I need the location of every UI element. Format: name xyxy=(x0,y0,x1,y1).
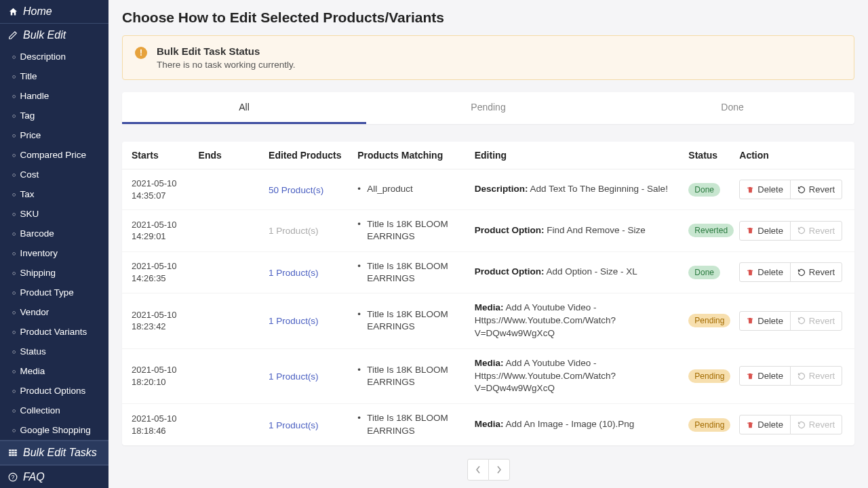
page-next[interactable] xyxy=(488,459,510,481)
revert-icon xyxy=(797,421,806,429)
edited-products-link[interactable]: 1 Product(s) xyxy=(269,371,319,382)
trash-icon xyxy=(747,372,754,380)
status-alert: ! Bulk Edit Task Status There is no task… xyxy=(122,35,854,80)
action-buttons: DeleteRevert xyxy=(739,221,848,241)
sidebar-item-product-variants[interactable]: Product Variants xyxy=(0,322,108,342)
sidebar-item-compared-price[interactable]: Compared Price xyxy=(0,145,108,165)
sidebar-item-inventory[interactable]: Inventory xyxy=(0,243,108,263)
editing-text: Media: Add An Image - Image (10).Png xyxy=(475,418,681,431)
sidebar-item-label: Vendor xyxy=(20,307,49,317)
revert-label: Revert xyxy=(809,184,835,195)
delete-label: Delete xyxy=(757,371,783,381)
revert-label: Revert xyxy=(809,420,835,430)
delete-button[interactable]: Delete xyxy=(739,366,791,386)
svg-rect-6 xyxy=(9,454,11,455)
nav-home[interactable]: Home xyxy=(0,0,108,23)
revert-button[interactable]: Revert xyxy=(790,180,842,199)
editing-text: Media: Add A Youtube Video - Https://Www… xyxy=(475,357,681,396)
chevron-left-icon xyxy=(475,466,481,474)
revert-icon xyxy=(797,186,806,194)
sidebar-item-media[interactable]: Media xyxy=(0,361,108,381)
delete-button[interactable]: Delete xyxy=(739,262,791,282)
alert-body: There is no task working currently. xyxy=(157,60,296,70)
edited-products-link[interactable]: 1 Product(s) xyxy=(269,316,319,326)
tasks-table: Starts Ends Edited Products Products Mat… xyxy=(122,142,854,445)
sidebar-item-vendor[interactable]: Vendor xyxy=(0,302,108,322)
tab-pending[interactable]: Pending xyxy=(366,92,610,124)
sidebar-item-title[interactable]: Title xyxy=(0,66,108,86)
sidebar-item-label: Product Variants xyxy=(20,327,87,337)
status-badge: Done xyxy=(688,266,720,279)
delete-label: Delete xyxy=(757,267,783,277)
trash-icon xyxy=(747,268,754,277)
sidebar-item-label: Collection xyxy=(20,405,60,415)
edited-products-link[interactable]: 50 Product(s) xyxy=(269,185,323,195)
matching-item: All_product xyxy=(357,183,475,195)
action-buttons: DeleteRevert xyxy=(739,311,848,331)
sidebar-item-barcode[interactable]: Barcode xyxy=(0,224,108,243)
page-prev[interactable] xyxy=(467,459,489,481)
sidebar-item-label: Price xyxy=(20,130,41,140)
pagination xyxy=(122,459,854,481)
edited-products-link: 1 Product(s) xyxy=(269,226,319,236)
revert-button[interactable]: Revert xyxy=(790,262,842,282)
starts-time: 2021-05-1014:26:35 xyxy=(132,260,199,284)
trash-icon xyxy=(747,226,754,235)
tab-all[interactable]: All xyxy=(122,92,366,124)
sidebar-item-label: Product Type xyxy=(20,287,73,298)
nav-bulk-edit[interactable]: Bulk Edit xyxy=(0,24,108,47)
nav-faq-label: FAQ xyxy=(23,471,45,483)
sidebar-item-shipping[interactable]: Shipping xyxy=(0,263,108,283)
revert-icon xyxy=(797,317,806,325)
revert-button: Revert xyxy=(790,366,842,386)
revert-label: Revert xyxy=(809,226,835,236)
nav-bulk-edit-tasks[interactable]: Bulk Edit Tasks xyxy=(0,441,108,465)
sidebar-item-google-shopping[interactable]: Google Shopping xyxy=(0,420,108,440)
action-buttons: DeleteRevert xyxy=(739,262,848,282)
sidebar-item-product-options[interactable]: Product Options xyxy=(0,381,108,401)
grid-icon xyxy=(8,448,19,458)
sidebar-item-sku[interactable]: SKU xyxy=(0,204,108,224)
action-buttons: DeleteRevert xyxy=(739,366,848,386)
sidebar-item-label: Tax xyxy=(20,189,34,199)
delete-label: Delete xyxy=(757,226,783,236)
sidebar-item-label: Title xyxy=(20,71,37,81)
sidebar-item-label: Compared Price xyxy=(20,150,86,160)
delete-button[interactable]: Delete xyxy=(739,221,791,241)
sidebar-item-label: Handle xyxy=(20,91,49,101)
revert-button: Revert xyxy=(790,415,842,434)
matching-item: Title Is 18K BLOOM EARRINGS xyxy=(357,260,475,285)
warning-icon: ! xyxy=(135,47,147,59)
sidebar-item-collection[interactable]: Collection xyxy=(0,401,108,420)
trash-icon xyxy=(747,317,754,325)
delete-label: Delete xyxy=(757,316,783,326)
editing-text: Product Option: Add Option - Size - XL xyxy=(475,266,681,279)
revert-button: Revert xyxy=(790,221,842,241)
edited-products-link[interactable]: 1 Product(s) xyxy=(269,268,319,278)
svg-rect-5 xyxy=(14,452,17,453)
sidebar-item-label: Status xyxy=(20,346,45,357)
sidebar-item-description[interactable]: Description xyxy=(0,47,108,66)
sidebar-item-tag[interactable]: Tag xyxy=(0,106,108,125)
edited-products-link[interactable]: 1 Product(s) xyxy=(269,420,319,430)
col-action: Action xyxy=(739,150,848,161)
editing-text: Media: Add A Youtube Video - Https://Www… xyxy=(475,302,681,340)
nav-faq[interactable]: ? FAQ xyxy=(0,466,108,488)
sidebar-item-product-type[interactable]: Product Type xyxy=(0,283,108,302)
starts-time: 2021-05-1018:20:10 xyxy=(132,364,199,388)
sidebar-item-handle[interactable]: Handle xyxy=(0,86,108,106)
delete-button[interactable]: Delete xyxy=(739,180,791,199)
revert-button: Revert xyxy=(790,311,842,331)
sidebar-item-status[interactable]: Status xyxy=(0,342,108,361)
table-row: 2021-05-1014:26:351 Product(s)Title Is 1… xyxy=(122,252,854,293)
delete-button[interactable]: Delete xyxy=(739,311,791,331)
matching-item: Title Is 18K BLOOM EARRINGS xyxy=(357,218,475,243)
tab-done[interactable]: Done xyxy=(610,92,854,124)
sidebar-item-price[interactable]: Price xyxy=(0,125,108,145)
sidebar-item-cost[interactable]: Cost xyxy=(0,165,108,184)
sidebar-item-tax[interactable]: Tax xyxy=(0,184,108,204)
matching-item: Title Is 18K BLOOM EARRINGS xyxy=(357,412,475,436)
svg-text:?: ? xyxy=(12,474,15,481)
delete-button[interactable]: Delete xyxy=(739,415,791,434)
status-badge: Pending xyxy=(688,314,730,327)
